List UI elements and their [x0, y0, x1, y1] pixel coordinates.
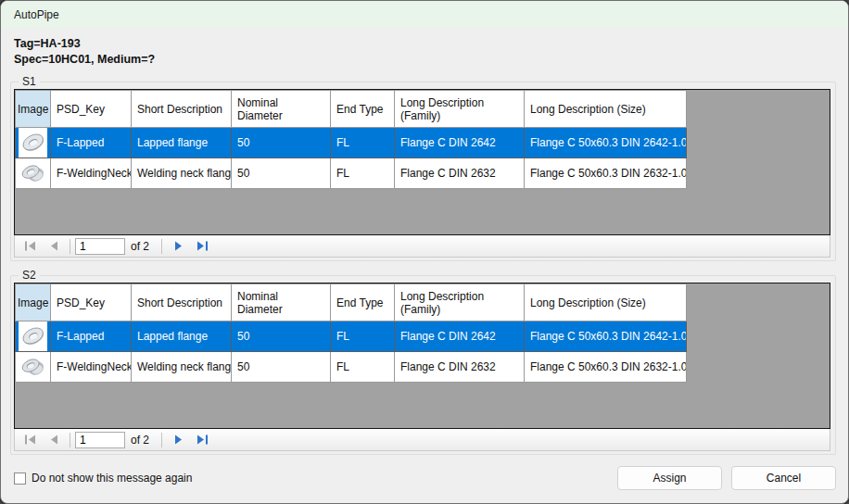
column-header-image[interactable]: Image — [16, 91, 51, 128]
next-page-icon — [174, 241, 183, 251]
cell-end-type[interactable]: FL — [331, 128, 395, 158]
last-page-button[interactable] — [191, 237, 213, 256]
column-header-end-type[interactable]: End Type — [331, 284, 395, 321]
cell-nominal-diameter[interactable]: 50 — [232, 321, 331, 352]
grid-panel-s1: Image PSD_Key Short Description Nominal … — [14, 89, 830, 235]
pager-separator — [70, 433, 70, 447]
page-number-input[interactable] — [75, 432, 125, 448]
page-count-label: of 2 — [131, 434, 149, 447]
lapped-flange-icon — [19, 131, 47, 155]
column-header-long-description-size[interactable]: Long Description (Size) — [525, 91, 687, 128]
pager-s1: of 2 — [14, 235, 830, 258]
title-bar[interactable]: AutoPipe — [1, 1, 848, 29]
grid-panel-s2: Image PSD_Key Short Description Nominal … — [14, 283, 830, 429]
cell-short-description[interactable]: Welding neck flange — [132, 352, 232, 383]
page-number-input[interactable] — [75, 238, 125, 255]
table-row[interactable]: F-Lapped Lapped flange 50 FL Flange C DI… — [16, 128, 687, 158]
next-page-icon — [174, 435, 183, 445]
table-row[interactable]: F-WeldingNeck Welding neck flange 50 FL … — [16, 158, 687, 189]
cancel-button[interactable]: Cancel — [731, 466, 836, 490]
first-page-icon — [24, 435, 36, 445]
table-header-row: Image PSD_Key Short Description Nominal … — [16, 91, 687, 128]
dont-show-again-checkbox[interactable] — [14, 472, 26, 485]
group-label-s1: S1 — [19, 75, 40, 88]
cell-nominal-diameter[interactable]: 50 — [232, 352, 331, 383]
dont-show-again-row: Do not show this message again — [14, 472, 192, 485]
cell-short-description[interactable]: Lapped flange — [132, 128, 232, 158]
cell-end-type[interactable]: FL — [331, 158, 395, 189]
cell-end-type[interactable]: FL — [331, 321, 395, 352]
column-header-short-description[interactable]: Short Description — [132, 284, 232, 321]
selection-table-s1: Image PSD_Key Short Description Nominal … — [15, 90, 687, 189]
previous-page-icon — [50, 241, 58, 251]
column-header-nominal-diameter[interactable]: Nominal Diameter — [232, 284, 331, 321]
message-block: Tag=HA-193 Spec=10HC01, Medium=? — [1, 29, 848, 68]
cell-long-description-size[interactable]: Flange C 50x60.3 DIN 2642-1.0037 — [525, 128, 687, 158]
cell-long-description-family[interactable]: Flange C DIN 2642 — [395, 128, 525, 158]
cell-long-description-family[interactable]: Flange C DIN 2632 — [395, 158, 525, 189]
cell-psd-key[interactable]: F-Lapped — [51, 321, 132, 352]
column-header-short-description[interactable]: Short Description — [132, 91, 232, 128]
page-count-label: of 2 — [131, 240, 149, 253]
previous-page-button[interactable] — [43, 431, 65, 449]
action-buttons: Assign Cancel — [617, 466, 836, 490]
previous-page-button[interactable] — [43, 237, 65, 256]
last-page-icon — [196, 435, 209, 445]
dont-show-again-label: Do not show this message again — [32, 472, 192, 485]
column-header-psd-key[interactable]: PSD_Key — [51, 284, 132, 321]
lapped-flange-icon — [19, 324, 47, 348]
pager-s2: of 2 — [14, 429, 830, 451]
selection-table-s2: Image PSD_Key Short Description Nominal … — [15, 284, 687, 383]
column-header-psd-key[interactable]: PSD_Key — [51, 91, 132, 128]
cell-long-description-size[interactable]: Flange C 50x60.3 DIN 2632-1.0037 — [525, 352, 687, 383]
group-label-s2: S2 — [19, 269, 40, 282]
cell-psd-key[interactable]: F-WeldingNeck — [51, 158, 132, 189]
cell-psd-key[interactable]: F-WeldingNeck — [51, 352, 132, 383]
column-header-nominal-diameter[interactable]: Nominal Diameter — [232, 91, 331, 128]
column-header-image[interactable]: Image — [16, 284, 51, 321]
table-row[interactable]: F-WeldingNeck Welding neck flange 50 FL … — [16, 352, 687, 383]
previous-page-icon — [50, 435, 58, 445]
last-page-icon — [196, 241, 209, 251]
cell-end-type[interactable]: FL — [331, 352, 395, 383]
column-header-long-description-family[interactable]: Long Description (Family) — [395, 284, 525, 321]
welding-neck-flange-icon — [19, 355, 47, 379]
dialog-footer: Do not show this message again Assign Ca… — [14, 466, 836, 490]
column-header-long-description-family[interactable]: Long Description (Family) — [395, 91, 525, 128]
cell-long-description-size[interactable]: Flange C 50x60.3 DIN 2642-1.0037 — [525, 321, 687, 352]
cell-psd-key[interactable]: F-Lapped — [51, 128, 132, 158]
last-page-button[interactable] — [191, 431, 213, 449]
cell-long-description-family[interactable]: Flange C DIN 2632 — [395, 352, 525, 383]
section-group-s2: S2 Image PSD_Key Short Description Nomin… — [10, 275, 836, 455]
pager-separator — [161, 239, 162, 254]
first-page-button[interactable] — [19, 431, 41, 449]
pager-separator — [70, 239, 70, 254]
cell-nominal-diameter[interactable]: 50 — [232, 158, 331, 189]
cell-short-description[interactable]: Lapped flange — [132, 321, 232, 352]
cell-nominal-diameter[interactable]: 50 — [232, 128, 331, 158]
cell-long-description-size[interactable]: Flange C 50x60.3 DIN 2632-1.0037 — [525, 158, 687, 189]
table-header-row: Image PSD_Key Short Description Nominal … — [16, 284, 687, 321]
table-row[interactable]: F-Lapped Lapped flange 50 FL Flange C DI… — [16, 321, 687, 352]
first-page-button[interactable] — [19, 237, 41, 256]
tag-line: Tag=HA-193 — [14, 36, 835, 52]
section-group-s1: S1 Image PSD_Key Short Description Nomin… — [10, 82, 836, 261]
cell-short-description[interactable]: Welding neck flange — [132, 158, 232, 189]
column-header-long-description-size[interactable]: Long Description (Size) — [525, 284, 687, 321]
assign-button[interactable]: Assign — [617, 466, 722, 490]
cell-long-description-family[interactable]: Flange C DIN 2642 — [395, 321, 525, 352]
spec-line: Spec=10HC01, Medium=? — [14, 52, 835, 68]
autopipe-dialog: AutoPipe Tag=HA-193 Spec=10HC01, Medium=… — [0, 0, 849, 504]
next-page-button[interactable] — [167, 431, 189, 449]
column-header-end-type[interactable]: End Type — [331, 91, 395, 128]
pager-separator — [161, 433, 162, 447]
window-title: AutoPipe — [14, 8, 59, 21]
welding-neck-flange-icon — [19, 161, 47, 185]
next-page-button[interactable] — [167, 237, 189, 256]
first-page-icon — [24, 241, 36, 251]
